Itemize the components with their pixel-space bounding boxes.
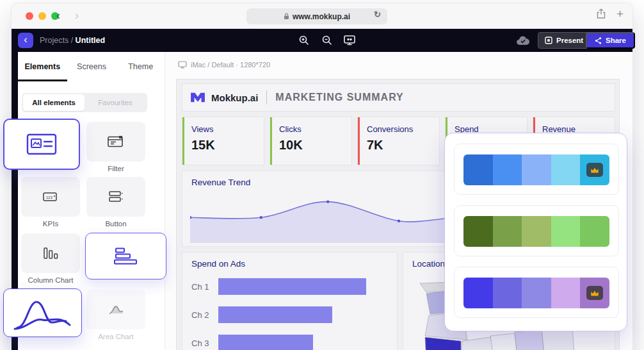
- back-to-projects-button[interactable]: ‹: [18, 33, 33, 48]
- bar-label: Ch 2: [191, 310, 209, 320]
- kpi-accent: [358, 117, 360, 165]
- minimize-window-button[interactable]: [38, 12, 46, 20]
- swatch-segment: [522, 216, 551, 247]
- swatch-segment: [463, 216, 493, 247]
- breadcrumb-current[interactable]: Untitled: [76, 36, 106, 45]
- swatch-segment: [463, 154, 493, 185]
- kpi-label: Clicks: [279, 124, 302, 134]
- dashboard-header[interactable]: Mokkup.ai MARKETING SUMMARY: [182, 83, 615, 112]
- kpi-icon: 123: [21, 177, 80, 217]
- crown-icon: [591, 290, 598, 296]
- tile-label: Button: [86, 220, 145, 228]
- share-button[interactable]: Share: [586, 32, 635, 49]
- device-preview-icon[interactable]: [343, 35, 356, 46]
- palette-swatch-green: [463, 216, 609, 247]
- zoom-in-icon[interactable]: [298, 35, 310, 46]
- element-tile-column-chart[interactable]: Column Chart: [21, 233, 80, 284]
- bar-label: Ch 1: [191, 282, 209, 292]
- area-chart-icon: [86, 290, 145, 329]
- bar-ch2: [218, 306, 332, 323]
- kpi-card-clicks[interactable]: Clicks 10K: [270, 117, 352, 165]
- button-icon: [86, 177, 145, 217]
- header-divider: [266, 90, 267, 104]
- tile-label: Area Chart: [86, 333, 145, 340]
- state-c: [515, 329, 545, 350]
- svg-text:123: 123: [46, 196, 53, 199]
- browser-share-icon[interactable]: [596, 8, 606, 19]
- kpi-accent: [270, 117, 272, 165]
- palette-option-green[interactable]: [454, 205, 619, 256]
- revenue-trend-title: Revenue Trend: [191, 178, 250, 187]
- swatch-segment: [493, 216, 522, 247]
- palette-option-purple[interactable]: [454, 267, 619, 318]
- area-curves-icon: [12, 293, 74, 333]
- floating-element-card-area-chart[interactable]: [3, 288, 82, 337]
- crown-icon: [591, 167, 598, 172]
- tab-screens[interactable]: Screens: [67, 52, 117, 81]
- favourites-toggle[interactable]: Favourites: [85, 94, 146, 111]
- highlighted-element-tile-bar-chart[interactable]: [85, 233, 166, 279]
- device-label-text: iMac / Default · 1280*720: [191, 61, 270, 69]
- page: ‹ › www.mokkup.ai ↻ + ‹ Projects /: [0, 0, 644, 350]
- breadcrumb-section[interactable]: Projects: [40, 36, 68, 45]
- spend-on-ads-card[interactable]: Spend on Ads Ch 1 Ch 2 Ch 3: [182, 252, 398, 350]
- breadcrumb: Projects / Untitled: [40, 29, 105, 52]
- zoom-out-icon[interactable]: [321, 35, 333, 46]
- element-tile-kpis[interactable]: 123 KPIs: [21, 177, 80, 228]
- kpi-card-views[interactable]: Views 15K: [182, 117, 264, 165]
- premium-crown-badge: [586, 163, 603, 177]
- kpi-label: Views: [191, 124, 213, 134]
- tile-label: Filter: [86, 165, 145, 172]
- bar-chart-icon: [114, 247, 138, 265]
- palette-option-blue[interactable]: [454, 144, 619, 195]
- address-bar[interactable]: www.mokkup.ai ↻: [246, 8, 387, 24]
- breadcrumb-separator: /: [71, 36, 73, 45]
- kpi-value: 7K: [367, 138, 383, 153]
- lock-icon: [284, 13, 289, 20]
- all-elements-toggle[interactable]: All elements: [23, 94, 85, 111]
- swatch-segment: [493, 154, 522, 185]
- swatch-segment: [551, 278, 581, 308]
- chrome-actions: +: [596, 8, 624, 19]
- device-frame-label[interactable]: iMac / Default · 1280*720: [178, 61, 270, 69]
- tab-elements[interactable]: Elements: [18, 52, 67, 81]
- kpi-label: Conversions: [367, 124, 413, 134]
- cloud-saved-icon: [515, 35, 531, 46]
- app-toolbar: ‹ Projects / Untitled Present: [12, 29, 632, 52]
- share-label: Share: [606, 37, 626, 44]
- kpi-card-conversions[interactable]: Conversions 7K: [357, 117, 440, 165]
- present-label: Present: [556, 37, 583, 44]
- floating-element-card-image[interactable]: [3, 119, 80, 170]
- url-text: www.mokkup.ai: [293, 12, 350, 21]
- browser-forward-icon[interactable]: ›: [75, 9, 79, 22]
- swatch-segment: [522, 154, 551, 185]
- dashboard-title: MARKETING SUMMARY: [275, 92, 403, 103]
- swatch-segment: [551, 216, 581, 247]
- bar-ch1: [218, 278, 366, 295]
- present-button[interactable]: Present: [538, 32, 590, 49]
- column-chart-icon: [21, 233, 80, 273]
- kpi-value: 15K: [191, 138, 215, 153]
- kpi-accent: [182, 117, 184, 165]
- browser-chrome: ‹ › www.mokkup.ai ↻ +: [12, 3, 632, 29]
- reload-icon[interactable]: ↻: [374, 10, 381, 19]
- browser-back-icon[interactable]: ‹: [56, 9, 60, 22]
- swatch-segment: [580, 216, 609, 247]
- tile-label: Column Chart: [21, 276, 80, 284]
- element-tile-button[interactable]: Button: [86, 177, 145, 228]
- state-a: [490, 333, 519, 350]
- image-card-icon: [26, 133, 57, 155]
- element-tile-filter[interactable]: Filter: [86, 122, 145, 172]
- element-tile-area-chart[interactable]: Area Chart: [86, 290, 145, 340]
- traffic-lights: [26, 12, 59, 20]
- spend-on-ads-title: Spend on Ads: [191, 259, 245, 269]
- bar-ch3: [218, 335, 313, 350]
- close-window-button[interactable]: [26, 12, 33, 20]
- bar-label: Ch 3: [191, 338, 209, 348]
- dashboard-brand: Mokkup.ai: [211, 92, 258, 103]
- swatch-segment: [493, 278, 522, 308]
- swatch-segment: [551, 154, 581, 185]
- new-tab-icon[interactable]: +: [616, 8, 624, 19]
- tab-theme[interactable]: Theme: [116, 52, 165, 81]
- theme-palette-popup: [444, 133, 627, 331]
